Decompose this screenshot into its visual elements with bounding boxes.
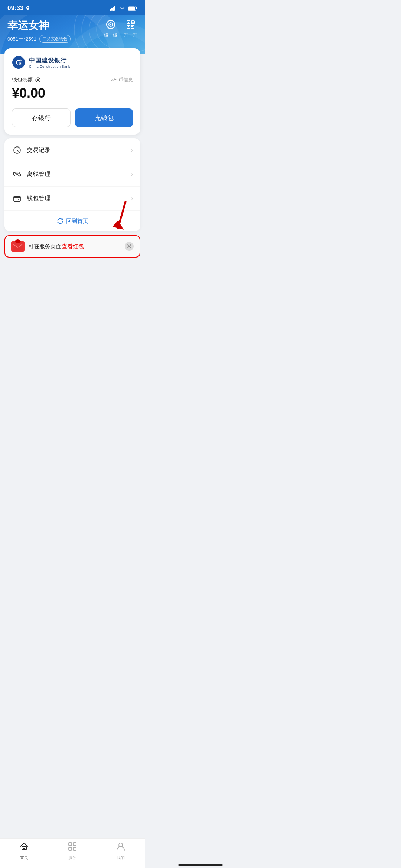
transactions-label: 交易记录 [27,146,131,154]
user-name: 幸运女神 [7,19,104,33]
red-envelope-icon [11,241,25,252]
main-card: 中国建设银行 China Construction Bank 钱包余额 币信息 … [4,48,140,135]
notif-text-highlight: 查看红包 [62,243,84,249]
wifi-icon [119,6,125,11]
account-number: 0051****2591 [7,36,36,42]
svg-rect-2 [113,7,114,11]
svg-point-25 [12,56,25,69]
svg-point-31 [18,199,19,200]
arrow-icon-2: › [131,171,133,178]
offline-icon [12,169,22,179]
wallet-label-right: 币信息 [111,77,133,83]
arrow-icon-3: › [131,195,133,202]
svg-rect-5 [136,7,137,9]
notification-close-button[interactable] [125,242,134,251]
offline-label: 离线管理 [27,171,131,178]
status-bar: 09:33 [0,0,145,15]
wallet-label-row: 钱包余额 币信息 [12,77,133,83]
scan-button[interactable]: 扫一扫 [124,19,137,38]
svg-rect-1 [111,8,113,11]
wallet-balance-label: 钱包余额 [12,77,33,83]
action-buttons: 存银行 充钱包 [12,108,133,127]
deposit-bank-button[interactable]: 存银行 [12,108,71,127]
time-display: 09:33 [7,4,23,12]
notif-text-normal: 可在服务页面 [28,243,62,249]
status-icons [110,6,137,11]
wallet-label-left: 钱包余额 [12,77,41,83]
svg-rect-6 [128,7,135,10]
bank-logo: 中国建设银行 China Construction Bank [12,56,133,69]
bump-button[interactable]: 碰一碰 [104,19,117,38]
menu-item-offline[interactable]: 离线管理 › [4,162,140,187]
scan-icon [125,19,137,30]
svg-rect-35 [13,242,23,250]
menu-section: 交易记录 › 离线管理 › 钱包管理 › [4,138,140,231]
refresh-icon [56,217,64,225]
arrow-icon-1: › [131,147,133,153]
svg-point-27 [37,79,39,81]
scan-label: 扫一扫 [124,32,137,38]
user-account: 0051****2591 二类实名钱包 [7,35,104,43]
back-home-label: 回到首页 [66,218,88,225]
svg-point-29 [17,176,17,176]
svg-rect-18 [128,22,129,23]
svg-rect-30 [14,196,20,201]
location-icon [25,6,30,11]
svg-rect-20 [128,26,129,27]
back-home-button[interactable]: 回到首页 [4,211,140,231]
balance-amount: ¥0.00 [12,85,133,101]
notification-text: 可在服务页面查看红包 [28,243,121,250]
bump-icon [105,19,117,30]
coin-info-label: 币信息 [118,77,133,83]
menu-item-transactions[interactable]: 交易记录 › [4,138,140,162]
svg-point-14 [110,24,111,25]
account-type-badge: 二类实名钱包 [39,35,71,43]
eye-icon [35,77,41,83]
clock-icon [12,145,22,155]
wallet-manage-label: 钱包管理 [27,195,131,203]
wallet-manage-icon [12,193,22,204]
svg-rect-36 [16,242,20,243]
menu-item-wallet-manage[interactable]: 钱包管理 › [4,187,140,211]
svg-rect-3 [114,6,115,11]
status-time: 09:33 [7,4,30,12]
notification-area: 可在服务页面查看红包 [4,235,140,258]
top-up-button[interactable]: 充钱包 [75,108,133,127]
svg-rect-19 [133,22,134,23]
bump-label: 碰一碰 [104,32,117,38]
header-top: 幸运女神 0051****2591 二类实名钱包 碰一碰 [7,19,137,43]
bank-name-cn: 中国建设银行 [29,57,70,65]
svg-rect-0 [110,9,111,11]
notification-box: 可在服务页面查看红包 [4,235,140,258]
bank-name-block: 中国建设银行 China Construction Bank [29,57,70,68]
ccb-logo-icon [12,56,25,69]
header-actions: 碰一碰 扫一扫 [104,19,137,38]
user-info: 幸运女神 0051****2591 二类实名钱包 [7,19,104,43]
bank-name-en: China Construction Bank [29,65,70,68]
battery-icon [128,6,137,11]
signal-icon [110,6,117,11]
trend-icon [111,78,117,82]
